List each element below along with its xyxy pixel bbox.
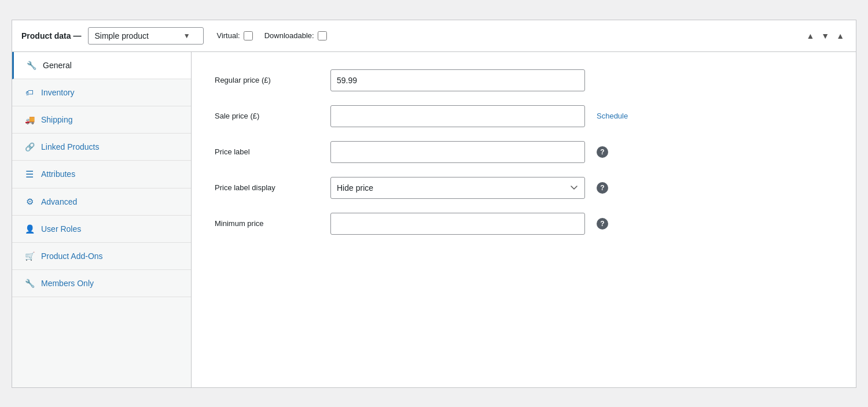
sidebar-item-label: Shipping — [41, 115, 73, 124]
price-label-display-label: Price label display — [215, 183, 319, 192]
sidebar-item-members-only[interactable]: Members Only — [12, 270, 191, 297]
arrow-up-button[interactable]: ▲ — [804, 30, 816, 42]
sidebar-item-label: Product Add-Ons — [41, 251, 103, 261]
sidebar-item-label: Members Only — [41, 279, 94, 288]
schedule-link[interactable]: Schedule — [597, 112, 628, 120]
sale-price-input[interactable] — [330, 105, 585, 127]
price-label-display-row: Price label display Hide price Show pric… — [215, 177, 833, 199]
sale-price-row: Sale price (£) Schedule — [215, 105, 833, 127]
product-data-panel: Product data — Simple product ▼ Virtual:… — [12, 20, 856, 388]
arrow-down-button[interactable]: ▼ — [819, 30, 832, 42]
gear-icon — [24, 197, 35, 207]
tag-icon — [24, 87, 35, 98]
sidebar-item-label: Linked Products — [41, 142, 99, 151]
sidebar-item-label: User Roles — [41, 224, 81, 234]
virtual-label: Virtual: — [216, 31, 240, 40]
sidebar-item-advanced[interactable]: Advanced — [12, 188, 191, 216]
list-icon — [24, 169, 35, 180]
downloadable-checkbox-label[interactable]: Downloadable: — [264, 31, 327, 40]
sidebar-item-shipping[interactable]: Shipping — [12, 106, 191, 134]
virtual-checkbox-label[interactable]: Virtual: — [216, 31, 252, 40]
price-label-row: Price label ? — [215, 141, 833, 163]
minimum-price-row: Minimum price ? — [215, 213, 833, 235]
regular-price-row: Regular price (£) — [215, 69, 833, 91]
link-icon — [24, 142, 35, 152]
product-data-header: Product data — Simple product ▼ Virtual:… — [12, 20, 856, 52]
sidebar-item-inventory[interactable]: Inventory — [12, 79, 191, 106]
sidebar-item-label: Inventory — [41, 88, 75, 97]
sidebar-item-attributes[interactable]: Attributes — [12, 161, 191, 188]
user-icon — [24, 224, 35, 234]
main-panel: Regular price (£) Sale price (£) Schedul… — [192, 52, 856, 387]
product-data-title: Product data — — [21, 31, 81, 40]
sale-price-label: Sale price (£) — [215, 112, 319, 120]
price-label-input[interactable] — [330, 141, 585, 163]
price-label-help-icon[interactable]: ? — [597, 146, 608, 158]
downloadable-checkbox[interactable] — [318, 31, 327, 40]
sidebar: General Inventory Shipping Linked Produc… — [12, 52, 192, 387]
minimum-price-label: Minimum price — [215, 219, 319, 228]
sidebar-item-label: General — [43, 61, 72, 70]
cart-icon — [24, 251, 35, 261]
arrow-collapse-button[interactable]: ▲ — [834, 30, 847, 42]
sidebar-item-label: Attributes — [41, 169, 75, 179]
product-type-select[interactable]: Simple product ▼ — [88, 27, 204, 45]
virtual-checkbox[interactable] — [244, 31, 253, 40]
regular-price-input[interactable] — [330, 69, 585, 91]
sidebar-item-product-add-ons[interactable]: Product Add-Ons — [12, 243, 191, 270]
minimum-price-input[interactable] — [330, 213, 585, 235]
checkbox-group: Virtual: Downloadable: — [216, 31, 326, 40]
product-type-label: Simple product — [94, 31, 148, 40]
chevron-down-icon: ▼ — [183, 32, 190, 40]
sidebar-item-general[interactable]: General — [12, 52, 191, 79]
price-label-display-help-icon[interactable]: ? — [597, 182, 608, 194]
wrench-icon — [25, 60, 37, 71]
product-data-body: General Inventory Shipping Linked Produc… — [12, 52, 856, 387]
sidebar-item-label: Advanced — [41, 197, 77, 206]
truck-icon — [24, 114, 35, 125]
header-arrows: ▲ ▼ ▲ — [804, 30, 847, 42]
sidebar-item-user-roles[interactable]: User Roles — [12, 216, 191, 243]
sidebar-item-linked-products[interactable]: Linked Products — [12, 134, 191, 161]
regular-price-label: Regular price (£) — [215, 76, 319, 84]
members-icon — [24, 278, 35, 288]
price-label-display-select[interactable]: Hide price Show price Show range — [330, 177, 585, 199]
price-label-label: Price label — [215, 147, 319, 156]
downloadable-label: Downloadable: — [264, 31, 314, 40]
minimum-price-help-icon[interactable]: ? — [597, 218, 608, 230]
